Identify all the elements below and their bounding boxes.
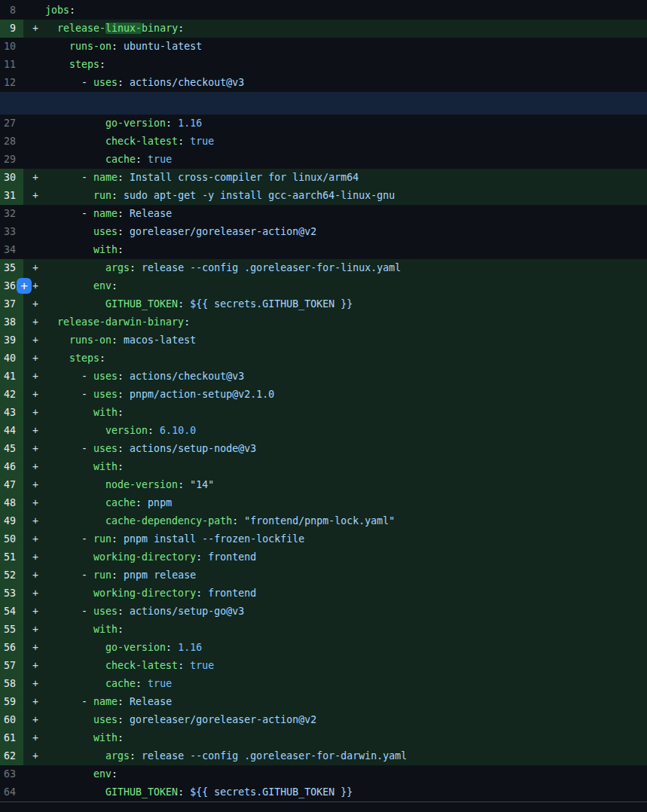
- code-token: actions/checkout@v3: [124, 371, 244, 382]
- line-number[interactable]: 62: [0, 747, 23, 765]
- line-number[interactable]: 39: [0, 331, 23, 350]
- code-token: cache: [45, 678, 136, 689]
- diff-line-56: 56+ go-version: 1.16: [0, 639, 647, 657]
- code-token: :: [117, 226, 124, 237]
- diff-line-28: 28 check-latest: true: [0, 133, 647, 151]
- code-line: + uses: goreleaser/goreleaser-action@v2: [23, 711, 647, 729]
- line-number[interactable]: 12: [0, 74, 23, 92]
- line-number[interactable]: 40: [0, 350, 23, 368]
- line-number[interactable]: 48: [0, 494, 23, 512]
- line-number[interactable]: 44: [0, 422, 23, 440]
- expand-hidden-lines-row[interactable]: [0, 92, 647, 114]
- line-number[interactable]: 27: [0, 114, 23, 133]
- diff-marker: +: [32, 386, 45, 404]
- line-number[interactable]: 37: [0, 295, 23, 313]
- code-token: node-version: [45, 479, 178, 490]
- line-number[interactable]: 41: [0, 368, 23, 386]
- line-number[interactable]: 28: [0, 133, 23, 151]
- code-token: version: [45, 425, 148, 436]
- diff-line-42: 42+ - uses: pnpm/action-setup@v2.1.0: [0, 386, 647, 404]
- line-number[interactable]: 50: [0, 530, 23, 548]
- line-number[interactable]: 32: [0, 205, 23, 223]
- line-number[interactable]: 60: [0, 711, 23, 729]
- line-number[interactable]: 42: [0, 386, 23, 404]
- line-number[interactable]: 46: [0, 458, 23, 476]
- code-line: runs-on: ubuntu-latest: [23, 38, 647, 56]
- code-line: + GITHUB_TOKEN: ${{ secrets.GITHUB_TOKEN…: [23, 295, 647, 313]
- code-line: steps:: [23, 56, 647, 74]
- code-token: pnpm/action-setup@v2.1.0: [124, 389, 274, 400]
- code-token: -: [45, 172, 93, 183]
- line-number[interactable]: 57: [0, 657, 23, 675]
- code-line: + working-directory: frontend: [23, 585, 647, 603]
- code-line: + runs-on: macos-latest: [23, 331, 647, 350]
- code-token: :: [117, 714, 124, 725]
- code-line: + - run: pnpm release: [23, 566, 647, 585]
- line-number[interactable]: 49: [0, 512, 23, 530]
- code-token: :: [117, 208, 124, 219]
- code-token: Install cross-compiler for linux/arm64: [124, 172, 359, 183]
- line-number[interactable]: 54: [0, 603, 23, 621]
- line-number[interactable]: 38: [0, 313, 23, 331]
- line-number[interactable]: 30: [0, 169, 23, 187]
- line-number[interactable]: 43: [0, 404, 23, 422]
- diff-marker: +: [32, 512, 45, 530]
- line-number[interactable]: 51: [0, 548, 23, 566]
- diff-line-10: 10 runs-on: ubuntu-latest: [0, 38, 647, 56]
- diff-marker: +: [32, 313, 45, 331]
- code-token: :: [111, 41, 117, 52]
- diff-marker: +: [32, 331, 45, 350]
- diff-view: 8jobs:9+ release-linux-binary:10 runs-on…: [0, 0, 647, 802]
- code-token: :: [117, 389, 124, 400]
- diff-marker: +: [32, 693, 45, 711]
- code-token: pnpm install --frozen-lockfile: [117, 533, 304, 545]
- line-number[interactable]: 10: [0, 38, 23, 56]
- line-number[interactable]: 58: [0, 675, 23, 693]
- code-line: cache: true: [23, 151, 647, 169]
- line-number[interactable]: 9: [0, 20, 23, 38]
- diff-marker: +: [32, 169, 45, 187]
- code-token: pnpm: [142, 497, 172, 508]
- code-token: :: [130, 750, 136, 762]
- line-number[interactable]: 33: [0, 223, 23, 241]
- code-token: check-latest: [45, 136, 178, 147]
- line-number[interactable]: 63: [0, 765, 23, 783]
- code-token: release --config .goreleaser-for-linux.y…: [136, 262, 401, 273]
- code-token: steps: [45, 59, 99, 70]
- line-number[interactable]: 8: [0, 2, 23, 20]
- code-token: :: [111, 768, 117, 780]
- line-number[interactable]: 56: [0, 639, 23, 657]
- line-number[interactable]: 11: [0, 56, 23, 74]
- line-number[interactable]: 55: [0, 621, 23, 639]
- code-token: :: [136, 154, 142, 165]
- line-number[interactable]: 52: [0, 566, 23, 585]
- line-number[interactable]: 59: [0, 693, 23, 711]
- code-token: goreleaser/goreleaser-action@v2: [124, 226, 316, 237]
- code-token: :: [178, 298, 184, 310]
- diff-line-33: 33 uses: goreleaser/goreleaser-action@v2: [0, 223, 647, 241]
- line-number[interactable]: 61: [0, 729, 23, 747]
- line-number[interactable]: 47: [0, 476, 23, 494]
- code-line: + go-version: 1.16: [23, 639, 647, 657]
- line-number[interactable]: 53: [0, 585, 23, 603]
- line-number[interactable]: 64: [0, 783, 23, 801]
- code-line: + - uses: actions/checkout@v3: [23, 368, 647, 386]
- code-token: -: [45, 533, 93, 545]
- code-line: + cache: pnpm: [23, 494, 647, 512]
- line-number[interactable]: 34: [0, 241, 23, 259]
- code-token: frontend: [202, 588, 256, 599]
- line-number[interactable]: 35: [0, 259, 23, 277]
- line-number[interactable]: 31: [0, 187, 23, 205]
- diff-line-38: 38+ release-darwin-binary:: [0, 313, 647, 331]
- line-number[interactable]: 29: [0, 151, 23, 169]
- diff-line-53: 53+ working-directory: frontend: [0, 585, 647, 603]
- diff-line-45: 45+ - uses: actions/setup-node@v3: [0, 440, 647, 458]
- add-line-comment-button[interactable]: +: [17, 278, 32, 294]
- diff-line-49: 49+ cache-dependency-path: "frontend/pnp…: [0, 512, 647, 530]
- code-line: + with:: [23, 458, 647, 476]
- diff-marker: +: [32, 440, 45, 458]
- line-number[interactable]: 45: [0, 440, 23, 458]
- code-token: uses: [93, 77, 117, 88]
- code-line: + with:: [23, 621, 647, 639]
- code-token: actions/setup-go@v3: [124, 606, 244, 617]
